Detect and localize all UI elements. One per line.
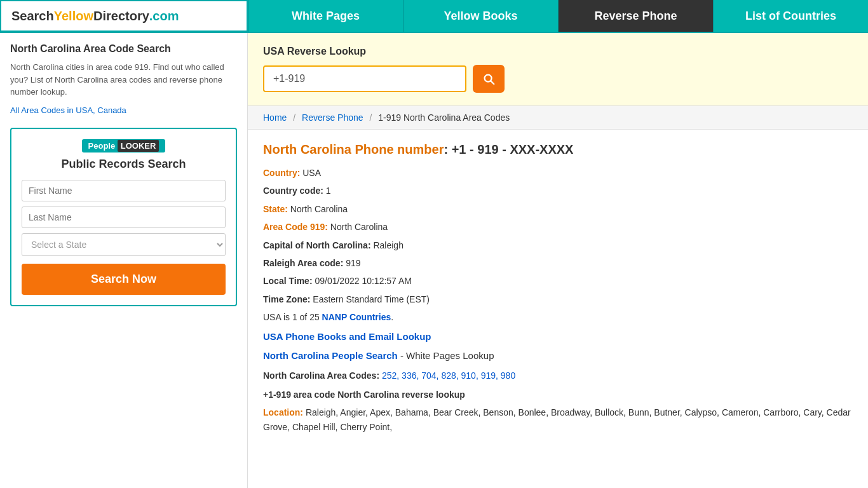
nc-phone-heading-link[interactable]: North Carolina Phone number	[263, 142, 444, 156]
nc-area-codes-label: North Carolina Area Codes:	[263, 370, 379, 381]
capital-label: Capital of North Carolina:	[263, 240, 371, 250]
reverse-search-button[interactable]	[473, 65, 505, 93]
search-now-button[interactable]: Search Now	[22, 264, 226, 295]
last-name-input[interactable]	[22, 207, 226, 228]
area-code-980[interactable]: 980	[501, 370, 515, 381]
state-line: State: North Carolina	[263, 202, 853, 216]
area-code-value: North Carolina	[330, 222, 388, 232]
location-label: Location:	[263, 407, 303, 417]
reverse-lookup-title: USA Reverse Lookup	[263, 46, 853, 57]
first-name-input[interactable]	[22, 180, 226, 201]
logo-directory-text: Directory	[93, 9, 149, 24]
country-value: USA	[302, 168, 321, 178]
timezone-label: Time Zone:	[263, 294, 310, 304]
local-time-line: Local Time: 09/01/2022 10:12:57 AM	[263, 274, 853, 288]
site-logo[interactable]: SearchYellowDirectory.com	[0, 0, 248, 32]
state-value: North Carolina	[290, 204, 348, 214]
capital-line: Capital of North Carolina: Raleigh	[263, 238, 853, 252]
breadcrumb-reverse-phone[interactable]: Reverse Phone	[302, 112, 363, 123]
state-label: State:	[263, 204, 288, 214]
content-area: USA Reverse Lookup Home / Reverse Phone …	[248, 33, 868, 488]
raleigh-ac-line: Raleigh Area code: 919	[263, 256, 853, 270]
area-code-910[interactable]: 910	[461, 370, 476, 381]
state-select[interactable]: Select a State	[22, 233, 226, 256]
raleigh-ac-value: 919	[346, 258, 360, 268]
search-icon	[482, 72, 496, 86]
nanp-line: USA is 1 of 25 NANP Countries.	[263, 310, 853, 324]
nc-area-codes-line: North Carolina Area Codes: 252, 336, 704…	[263, 369, 853, 383]
nc-people-line: North Carolina People Search - White Pag…	[263, 348, 853, 363]
reverse-lookup-form	[263, 65, 853, 93]
tab-yellow-books[interactable]: Yellow Books	[403, 0, 558, 32]
people-looker-badge: People LOOKER	[82, 139, 166, 152]
area-code-919[interactable]: 919	[481, 370, 496, 381]
nc-people-search-link[interactable]: North Carolina People Search	[263, 350, 398, 361]
area-code-line: Area Code 919: North Carolina	[263, 220, 853, 234]
area-code-704[interactable]: 704	[421, 370, 436, 381]
capital-value: Raleigh	[373, 240, 403, 250]
main-content: North Carolina Phone number: +1 - 919 - …	[248, 130, 868, 451]
logo-yellow-text: Yellow	[54, 9, 93, 24]
nanp-link[interactable]: NANP Countries	[322, 312, 391, 322]
country-code-value: 1	[326, 186, 331, 196]
reverse-lookup-heading: +1-919 area code North Carolina reverse …	[263, 388, 853, 402]
sidebar: North Carolina Area Code Search North Ca…	[0, 33, 248, 488]
public-records-box: People LOOKER Public Records Search Sele…	[10, 128, 237, 306]
public-records-title: Public Records Search	[22, 158, 226, 171]
country-line: Country: USA	[263, 166, 853, 180]
nanp-text: USA is 1 of 25	[263, 312, 322, 322]
location-line: Location: Raleigh, Angier, Apex, Bahama,…	[263, 405, 853, 434]
location-cities: Raleigh, Angier, Apex, Bahama, Bear Cree…	[263, 407, 851, 431]
area-code-828[interactable]: 828	[441, 370, 456, 381]
timezone-line: Time Zone: Eastern Standard Time (EST)	[263, 292, 853, 306]
reverse-phone-input[interactable]	[263, 65, 466, 92]
area-code-252[interactable]: 252	[382, 370, 397, 381]
nc-people-rest: - White Pages Lookup	[398, 350, 494, 361]
nanp-period: .	[391, 312, 393, 322]
logo-com-text: .com	[149, 9, 179, 24]
nc-area-codes-values: 252, 336, 704, 828, 910, 919, 980	[382, 370, 515, 381]
page-heading: North Carolina Phone number: +1 - 919 - …	[263, 142, 853, 157]
area-code-336[interactable]: 336	[402, 370, 416, 381]
logo-search-text: Search	[11, 9, 54, 24]
tab-reverse-phone[interactable]: Reverse Phone	[558, 0, 713, 32]
country-code-label: Country code:	[263, 186, 323, 196]
sidebar-description: North Carolina cities in area code 919. …	[10, 61, 237, 98]
raleigh-ac-label: Raleigh Area code:	[263, 258, 343, 268]
breadcrumb-home[interactable]: Home	[263, 112, 287, 123]
breadcrumb-sep-2: /	[369, 112, 372, 123]
country-code-line: Country code: 1	[263, 184, 853, 198]
sidebar-title: North Carolina Area Code Search	[10, 43, 237, 55]
usa-phone-books-link[interactable]: USA Phone Books and Email Lookup	[263, 331, 853, 342]
timezone-value: Eastern Standard Time (EST)	[313, 294, 430, 304]
header-navigation: SearchYellowDirectory.com White Pages Ye…	[0, 0, 868, 33]
breadcrumb: Home / Reverse Phone / 1-919 North Carol…	[248, 106, 868, 130]
heading-rest: : +1 - 919 - XXX-XXXX	[444, 142, 573, 156]
main-layout: North Carolina Area Code Search North Ca…	[0, 33, 868, 488]
tab-white-pages[interactable]: White Pages	[248, 0, 403, 32]
breadcrumb-sep-1: /	[293, 112, 295, 123]
local-time-label: Local Time:	[263, 276, 313, 286]
country-label: Country:	[263, 168, 300, 178]
all-area-codes-link[interactable]: All Area Codes in USA, Canada	[10, 105, 126, 115]
breadcrumb-current: 1-919 North Carolina Area Codes	[378, 112, 510, 123]
tab-list-of-countries[interactable]: List of Countries	[713, 0, 868, 32]
area-code-label: Area Code 919:	[263, 222, 328, 232]
reverse-lookup-box: USA Reverse Lookup	[248, 33, 868, 106]
local-time-value: 09/01/2022 10:12:57 AM	[315, 276, 412, 286]
